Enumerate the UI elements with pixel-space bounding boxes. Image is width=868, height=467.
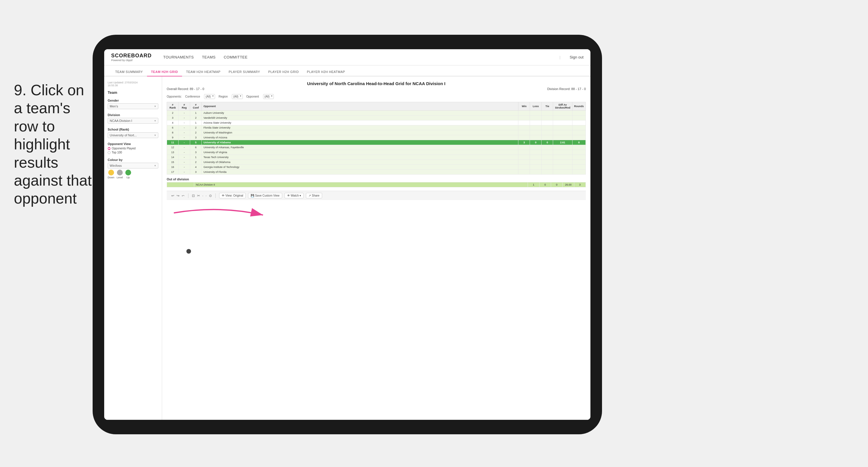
cell-4 xyxy=(518,116,530,120)
cell-2: 2 xyxy=(190,125,202,130)
redo-icon[interactable]: ↪ xyxy=(177,194,180,198)
table-row[interactable]: 8-2University of Washington xyxy=(167,130,586,135)
cell-8 xyxy=(572,170,586,175)
overall-record: Overall Record: 89 - 17 - 0 xyxy=(167,87,204,91)
region-filter: Region (All) ▼ xyxy=(219,94,243,99)
cell-0: 15 xyxy=(167,160,179,165)
table-row[interactable]: 9-3University of Arizona xyxy=(167,135,586,140)
cell-5 xyxy=(530,125,541,130)
cell-6 xyxy=(541,155,553,160)
grid-icon[interactable]: ⊡ xyxy=(192,194,195,198)
cell-6 xyxy=(541,165,553,170)
sidebar-school-section: School (Rank) University of Nort... xyxy=(108,128,158,138)
table-row[interactable]: 17-3University of Florida xyxy=(167,170,586,175)
opponent-filter-label: Opponent xyxy=(246,95,259,98)
cell-2: 2 xyxy=(190,116,202,120)
clock-icon[interactable]: ⊙ xyxy=(209,194,212,198)
cell-1: - xyxy=(179,160,190,165)
cell-2: 1 xyxy=(190,155,202,160)
instruction-text: 9. Click on a team's row to highlight re… xyxy=(14,81,95,208)
cell-3: Vanderbilt University xyxy=(202,116,518,120)
col-rank: #Rank xyxy=(167,102,179,111)
cell-8 xyxy=(572,160,586,165)
opponent-view-label: Opponent View xyxy=(108,142,158,146)
watch-icon: 👁 xyxy=(287,194,290,197)
cell-1: - xyxy=(179,135,190,140)
table-row[interactable]: 12-6University of Arkansas, Fayetteville xyxy=(167,145,586,150)
cell-5 xyxy=(530,165,541,170)
refresh-icon[interactable]: ⤺ xyxy=(182,194,185,198)
cell-6 xyxy=(541,170,553,175)
nav-committee[interactable]: COMMITTEE xyxy=(224,54,248,60)
school-dropdown[interactable]: University of Nort... xyxy=(108,132,158,138)
table-row[interactable]: 15-2University of Oklahoma xyxy=(167,160,586,165)
tab-team-h2h-grid[interactable]: TEAM H2H GRID xyxy=(147,68,182,77)
cell-5 xyxy=(530,116,541,120)
legend-dot-down xyxy=(108,170,114,175)
toolbar-sep-2 xyxy=(215,194,216,198)
bottom-toolbar: ↩ ↪ ⤺ ⊡ ✂ · · ⊙ 👁 View: Original 💾 xyxy=(167,191,586,200)
sidebar-gender-section: Gender Men's xyxy=(108,99,158,109)
view-original-btn[interactable]: 👁 View: Original xyxy=(219,193,246,198)
region-dropdown[interactable]: (All) ▼ xyxy=(232,94,243,99)
cell-8 xyxy=(572,130,586,135)
ood-tie: 0 xyxy=(551,182,563,187)
colour-dropdown[interactable]: Win/loss xyxy=(108,163,158,169)
nav-tournaments[interactable]: TOURNAMENTS xyxy=(163,54,194,60)
cell-0: 9 xyxy=(167,135,179,140)
gender-dropdown[interactable]: Men's xyxy=(108,104,158,109)
cell-8 xyxy=(572,125,586,130)
table-row[interactable]: 3-2Vanderbilt University xyxy=(167,116,586,120)
opponent-view-section: Opponent View Opponents Played Top 100 xyxy=(108,142,158,154)
cell-3: Auburn University xyxy=(202,111,518,116)
cell-1: - xyxy=(179,170,190,175)
cell-8 xyxy=(572,135,586,140)
radio-top100[interactable]: Top 100 xyxy=(108,151,158,154)
legend-level: Level xyxy=(117,170,123,179)
cell-8 xyxy=(572,120,586,125)
tab-player-h2h-grid[interactable]: PLAYER H2H GRID xyxy=(264,68,303,77)
col-conf: #Conf xyxy=(190,102,202,111)
cell-1: - xyxy=(179,150,190,155)
table-row[interactable]: 6-2Florida State University xyxy=(167,125,586,130)
opponent-dropdown[interactable]: (All) ▼ xyxy=(263,94,274,99)
conference-dropdown[interactable]: (All) ▼ xyxy=(204,94,215,99)
table-row[interactable]: 2-1Auburn University xyxy=(167,111,586,116)
legend-down: Down xyxy=(108,170,114,179)
save-custom-view-btn[interactable]: 💾 Save Custom View xyxy=(248,193,282,198)
cell-3: Florida State University xyxy=(202,125,518,130)
division-label: Division xyxy=(108,113,158,117)
tablet-screen: SCOREBOARD Powered by clippd TOURNAMENTS… xyxy=(104,49,590,420)
table-row[interactable]: 16-4Georgia Institute of Technology xyxy=(167,165,586,170)
tab-team-summary[interactable]: TEAM SUMMARY xyxy=(111,68,147,77)
table-row[interactable]: 11-5University of Alabama3002.618 xyxy=(167,140,586,145)
out-of-division-row[interactable]: NCAA Division II 1 0 0 26.00 3 xyxy=(167,182,586,187)
cell-3: University of Virginia xyxy=(202,150,518,155)
table-row[interactable]: 13-3University of Virginia xyxy=(167,150,586,155)
tab-player-h2h-heatmap[interactable]: PLAYER H2H HEATMAP xyxy=(303,68,349,77)
division-dropdown[interactable]: NCAA Division I xyxy=(108,118,158,124)
table-row[interactable]: 14-1Texas Tech University xyxy=(167,155,586,160)
radio-opponents-played[interactable]: Opponents Played xyxy=(108,147,158,150)
cell-4: 3 xyxy=(518,140,530,145)
nav-teams[interactable]: TEAMS xyxy=(202,54,216,60)
table-row[interactable]: 4-1Arizona State University xyxy=(167,120,586,125)
cut-icon[interactable]: ✂ xyxy=(197,194,200,198)
sign-out-link[interactable]: Sign out xyxy=(569,55,584,59)
cell-0: 13 xyxy=(167,150,179,155)
watch-btn[interactable]: 👁 Watch ▾ xyxy=(284,193,304,198)
sidebar-team-section: Team xyxy=(108,90,158,95)
chevron-down-icon-2: ▼ xyxy=(240,95,242,97)
tab-player-summary[interactable]: PLAYER SUMMARY xyxy=(225,68,264,77)
share-btn[interactable]: ↗ Share xyxy=(306,193,322,198)
nav-divider: | xyxy=(559,55,560,59)
cell-7 xyxy=(553,150,572,155)
cell-0: 8 xyxy=(167,130,179,135)
cell-7: 2.61 xyxy=(553,140,572,145)
cell-0: 3 xyxy=(167,116,179,120)
tab-team-h2h-heatmap[interactable]: TEAM H2H HEATMAP xyxy=(182,68,225,77)
cell-2: 3 xyxy=(190,135,202,140)
legend-dot-level xyxy=(117,170,123,175)
col-win: Win xyxy=(518,102,530,111)
undo-icon[interactable]: ↩ xyxy=(172,194,174,198)
